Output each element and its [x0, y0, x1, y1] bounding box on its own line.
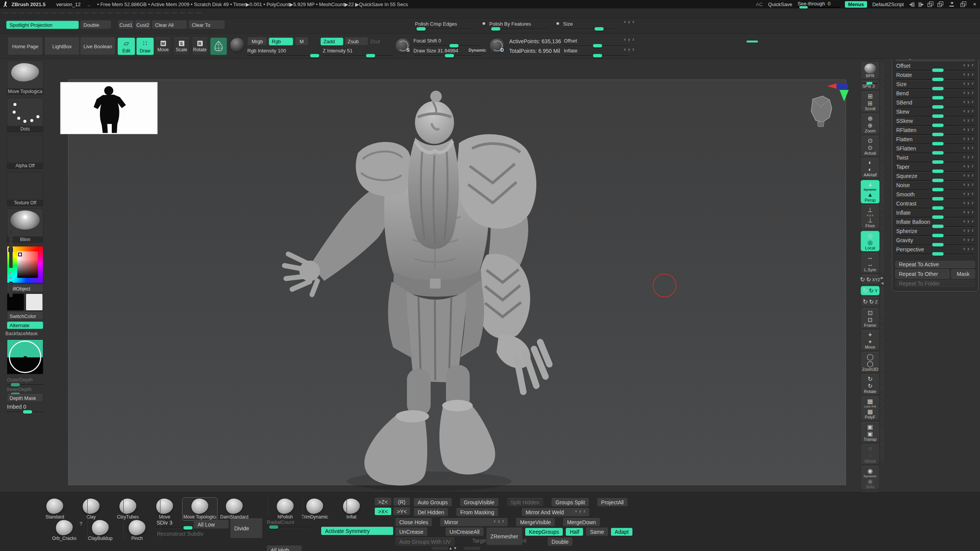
brush-tile[interactable]: Inflat	[335, 499, 368, 520]
shelf-slider-track[interactable]	[862, 83, 878, 84]
rgb-intensity-slider[interactable]: Rgb Intensity 100	[247, 47, 318, 56]
right-shelf-button[interactable]: Line Fill PolyF	[861, 396, 880, 421]
axes-lock-icon[interactable]: x y z	[963, 72, 974, 76]
draw-button[interactable]: ∷ Draw	[136, 37, 154, 55]
menus-toggle-button[interactable]: Menus	[845, 1, 867, 8]
deformation-slider[interactable]: SBend x y z	[892, 99, 978, 108]
subpalette-item[interactable]	[892, 399, 978, 409]
offset-slider[interactable]: Offset	[564, 37, 630, 46]
tray-button[interactable]: Double x y z	[547, 538, 573, 546]
size-radio[interactable]	[556, 22, 559, 25]
see-through-slider[interactable]: See-through 0	[797, 1, 840, 8]
polish-by-features-radio[interactable]	[482, 22, 485, 25]
right-shelf-button[interactable]: Dynamic Solo	[861, 466, 880, 490]
axis-button[interactable]: >X<	[374, 507, 392, 515]
alternate-button[interactable]: Alternate	[7, 321, 43, 329]
right-shelf-button[interactable]: Rotate	[861, 374, 880, 395]
axes-lock-icon[interactable]: x y z	[963, 118, 974, 122]
subpalette-item[interactable]	[892, 324, 978, 333]
reconstruct-subdiv-button[interactable]: Reconstruct Subdiv	[157, 531, 203, 537]
menu-item[interactable]	[10, 12, 17, 15]
right-shelf-button[interactable]: Actual	[861, 136, 880, 156]
subpalette-item[interactable]	[892, 408, 978, 418]
outer-depth-slider[interactable]: OuterDepth	[7, 376, 43, 385]
rotate-gizmo-button[interactable]: R Rotate	[192, 37, 208, 55]
menu-item[interactable]	[91, 12, 98, 15]
subpalette-item[interactable]	[892, 390, 978, 399]
stack-window-left-icon[interactable]	[927, 2, 933, 7]
subpalette-item[interactable]	[892, 437, 978, 446]
brush-tile[interactable]: Clay	[75, 499, 108, 520]
dwarf-model[interactable]	[272, 90, 571, 496]
axes-lock-icon[interactable]: x y z	[963, 247, 974, 251]
right-shelf-button[interactable]: AAHalf	[861, 158, 880, 178]
scale-gizmo-button[interactable]: S Scale	[173, 37, 189, 55]
dynamic-mode-label[interactable]: Dynamic	[469, 48, 486, 52]
tray-button[interactable]: UnCreasex y z	[395, 528, 428, 536]
tray-scroll-strip[interactable]	[432, 547, 448, 550]
axes-lock-icon[interactable]: x y z	[963, 82, 974, 85]
brush-tile[interactable]: Move Topologica	[183, 499, 216, 520]
right-scroll-up-icon[interactable]: ◀	[881, 282, 884, 285]
menu-item[interactable]	[155, 12, 162, 15]
brush-tile[interactable]: ClayTubes	[111, 499, 144, 520]
axis-button[interactable]: >Y<	[393, 507, 410, 515]
viewport-canvas[interactable]	[68, 80, 846, 485]
axes-lock-icon[interactable]: x y z	[963, 228, 974, 232]
divide-button[interactable]: Divide	[230, 518, 263, 538]
subpalette-item[interactable]	[892, 333, 978, 342]
deformation-slider[interactable]: Size x y z	[892, 80, 978, 90]
backface-mask-button[interactable]: BackfaceMask	[5, 331, 45, 337]
inflate-axes-icon[interactable]: x y z	[624, 47, 635, 51]
tray-button[interactable]: Adaptx y z	[611, 528, 633, 536]
deformation-slider[interactable]: Smooth x y z	[892, 191, 978, 200]
spotlight-projection-button[interactable]: Spotlight Projection	[6, 21, 79, 29]
right-shelf-button[interactable]: x y z Floor	[861, 205, 880, 229]
axes-lock-icon[interactable]: x y z	[963, 173, 974, 177]
imbed-slider[interactable]: Imbed 0	[7, 403, 43, 412]
repeat-to-active-button[interactable]: Repeat To Active	[895, 261, 975, 268]
deformation-slider[interactable]: Twist x y z	[892, 154, 978, 163]
tray-button[interactable]: Groups Splitx y z	[551, 498, 589, 507]
tray-button[interactable]: Auto Groupsx y z	[413, 498, 452, 507]
menu-item[interactable]	[123, 12, 130, 15]
inflate-slider[interactable]: Inflate	[564, 47, 630, 56]
menu-item[interactable]	[99, 12, 106, 15]
spotlight-image-thumbnail[interactable]	[60, 82, 158, 134]
mask-button[interactable]: Mask	[951, 269, 975, 279]
depth-mask-button[interactable]: Depth Mask	[7, 394, 43, 402]
axes-lock-icon[interactable]: x y z	[963, 183, 974, 186]
brush-preview-sphere[interactable]	[230, 37, 245, 53]
minimize-button[interactable]	[949, 2, 955, 7]
deformation-slider[interactable]: SFlatten x y z	[892, 145, 978, 154]
deformation-slider[interactable]: Perspective x y z	[892, 246, 978, 255]
sidebar-scroll-left-icon[interactable]: ◀	[9, 276, 12, 280]
polish-crisp-edges-slider[interactable]: Polish Crisp Edges	[415, 20, 472, 29]
all-low-button[interactable]: All Low	[193, 520, 229, 529]
tray-button[interactable]: GroupVisiblex y z	[460, 498, 499, 507]
tray-button[interactable]: Split Hiddenx y z	[506, 498, 544, 507]
menu-item[interactable]	[59, 12, 65, 15]
brush-tile[interactable]: Move	[148, 499, 181, 520]
right-shelf-button[interactable]: L.Sym	[861, 253, 880, 273]
right-shelf-button[interactable]: Ghost	[861, 444, 880, 465]
deformation-slider[interactable]: Contrast x y z	[892, 200, 978, 209]
cust1-button[interactable]: Cust1	[118, 21, 134, 29]
move-gizmo-button[interactable]: M Move	[155, 37, 171, 55]
live-boolean-button[interactable]: Live Boolean	[80, 37, 116, 55]
menu-item[interactable]	[195, 12, 202, 15]
subpalette-item[interactable]	[892, 352, 978, 362]
right-shelf-button[interactable]: Zoom	[861, 114, 880, 134]
brush-tile[interactable]: DamStandard	[218, 499, 251, 520]
stroke-curve-icon[interactable]: S	[395, 38, 411, 54]
tray-button[interactable]: Del Hiddenx y z	[413, 508, 448, 517]
zcut-button[interactable]: Zcut	[370, 39, 380, 44]
tray-button[interactable]: Samex y z	[586, 528, 608, 536]
home-page-button[interactable]: Home Page	[8, 37, 43, 55]
size-slider[interactable]: Size	[563, 20, 617, 29]
menu-item[interactable]	[75, 12, 82, 15]
offset-axes-icon[interactable]: x y z	[624, 37, 635, 41]
zsub-button[interactable]: Zsub	[345, 37, 368, 46]
deformation-slider[interactable]: SSkew x y z	[892, 117, 978, 126]
deformation-slider[interactable]: Inflate Balloon x y z	[892, 218, 978, 227]
